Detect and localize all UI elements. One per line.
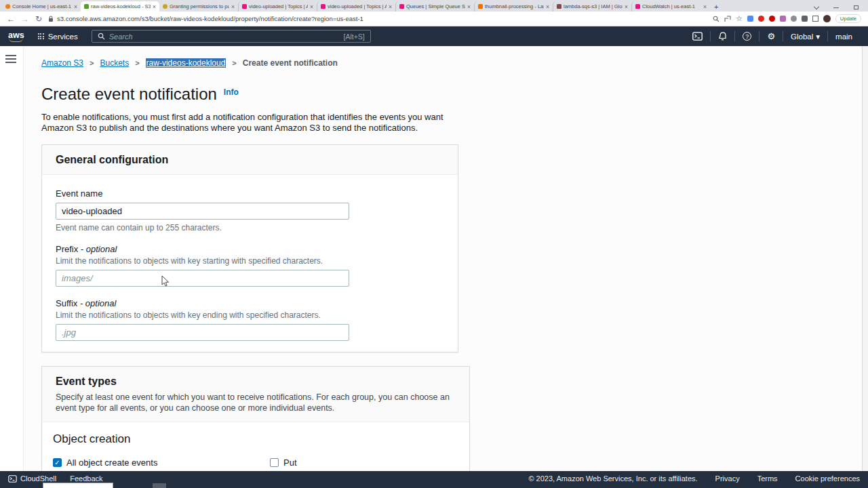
tab-close-icon[interactable]: ×	[74, 3, 77, 10]
breadcrumb-bucket-name-selected[interactable]: raw-videos-kodekloud	[146, 58, 226, 68]
event-types-title: Event types	[56, 375, 456, 388]
event-name-label: Event name	[56, 188, 444, 199]
help-button[interactable]: ?	[735, 26, 759, 46]
breadcrumb-buckets[interactable]: Buckets	[100, 58, 129, 68]
aws-logo[interactable]: aws	[8, 30, 24, 42]
tab-favicon-icon	[5, 4, 10, 9]
forward-icon[interactable]: →	[21, 15, 29, 23]
checkbox-icon: ✓	[53, 458, 62, 467]
tab-title: raw-videos-kodekloud - S3 bu	[91, 3, 151, 9]
breadcrumb-amazon-s3[interactable]: Amazon S3	[41, 58, 83, 68]
breadcrumb-current-page: Create event notification	[243, 58, 338, 68]
event-types-card: Event types Specify at least one event f…	[41, 366, 470, 472]
cloudshell-label: CloudShell	[20, 474, 56, 483]
new-tab-button[interactable]: +	[714, 3, 718, 11]
tab-close-icon[interactable]: ×	[625, 3, 628, 10]
tab-title: CloudWatch | us-east-1	[642, 3, 701, 9]
tab-favicon-icon	[163, 4, 167, 9]
reload-icon[interactable]: ↻	[35, 15, 42, 23]
tab-close-icon[interactable]: ×	[231, 3, 235, 10]
tab-title: Console Home | us-east-1	[12, 3, 72, 9]
region-selector[interactable]: Global ▾	[783, 26, 827, 46]
extension-icon[interactable]	[780, 16, 786, 22]
browser-tab[interactable]: Granting permissions to publi ×	[159, 1, 238, 12]
tab-favicon-icon	[557, 4, 561, 9]
copyright-text: © 2023, Amazon Web Services, Inc. or its…	[528, 474, 697, 483]
aws-search-box[interactable]: Search [Alt+S]	[92, 30, 371, 43]
search-icon	[98, 33, 105, 40]
chevron-down-icon: ▾	[816, 32, 820, 41]
partial-popup-overlay	[43, 483, 113, 488]
services-grid-icon	[38, 33, 44, 39]
tab-close-icon[interactable]: ×	[389, 3, 392, 10]
minimize-icon[interactable]	[833, 7, 839, 8]
page-title: Create event notificationInfo	[41, 85, 868, 104]
suffix-input[interactable]	[56, 324, 349, 341]
cloudshell-button[interactable]	[685, 26, 710, 46]
bookmark-star-icon[interactable]: ☆	[736, 15, 743, 22]
tab-search-icon[interactable]	[814, 3, 819, 9]
browser-tab[interactable]: CloudWatch | us-east-1 ×	[631, 1, 710, 12]
search-placeholder: Search	[109, 33, 340, 41]
account-menu[interactable]: main	[828, 26, 860, 46]
info-link[interactable]: Info	[224, 87, 239, 97]
breadcrumb-separator-icon: >	[135, 59, 139, 67]
tab-close-icon[interactable]: ×	[153, 3, 156, 10]
all-object-create-events-checkbox[interactable]: ✓ All object create events	[53, 458, 270, 468]
browser-tab[interactable]: Queues | Simple Queue Servic ×	[395, 1, 474, 12]
prefix-group: Prefix - optional Limit the notification…	[56, 244, 444, 287]
browser-toolbar-icons: ☆ Update	[713, 14, 861, 23]
extensions-puzzle-icon[interactable]	[802, 16, 808, 22]
browser-tab[interactable]: Console Home | us-east-1 ×	[2, 1, 81, 12]
account-label: main	[835, 33, 852, 41]
browser-tab[interactable]: lambda-sqs-s3 | IAM | Global ×	[553, 1, 631, 12]
cloudshell-footer-button[interactable]: CloudShell	[8, 474, 56, 483]
browser-tab-bar: Console Home | us-east-1 × raw-videos-ko…	[0, 0, 868, 12]
notifications-button[interactable]	[711, 26, 734, 46]
tab-favicon-icon	[478, 4, 483, 9]
maximize-icon[interactable]	[854, 5, 859, 9]
tab-close-icon[interactable]: ×	[546, 3, 549, 10]
address-bar[interactable]: s3.console.aws.amazon.com/s3/bucket/raw-…	[48, 15, 707, 22]
breadcrumb-separator-icon: >	[232, 59, 236, 67]
checkbox-label: All object create events	[66, 458, 157, 468]
extension-icon[interactable]	[769, 16, 775, 22]
profile-frame-icon[interactable]	[812, 16, 818, 22]
checkbox-item: ✓ Put s3:ObjectCreated:Put	[270, 458, 458, 471]
settings-button[interactable]: ⚙	[760, 26, 783, 46]
extension-icon[interactable]	[758, 16, 764, 22]
services-label: Services	[48, 33, 78, 41]
event-name-input[interactable]	[56, 203, 349, 220]
tab-title: Granting permissions to publi	[170, 3, 229, 9]
cookie-preferences-link[interactable]: Cookie preferences	[795, 474, 860, 483]
page-title-text: Create event notification	[41, 85, 217, 103]
terms-link[interactable]: Terms	[757, 474, 778, 483]
back-icon[interactable]: ←	[7, 15, 15, 23]
hamburger-menu-icon[interactable]	[5, 55, 16, 65]
put-checkbox[interactable]: ✓ Put	[270, 458, 458, 468]
tab-close-icon[interactable]: ×	[310, 3, 313, 10]
browser-tab[interactable]: raw-videos-kodekloud - S3 bu ×	[81, 1, 159, 12]
tab-close-icon[interactable]: ×	[703, 3, 707, 10]
browser-tab[interactable]: thumbnail-processing - Lambda ×	[474, 1, 553, 12]
browser-tab[interactable]: video-uploaded | Topics | Ama ×	[317, 1, 395, 12]
browser-avatar[interactable]	[823, 15, 831, 22]
prefix-input[interactable]	[56, 270, 349, 287]
partial-popup-overlay	[153, 483, 166, 488]
zoom-icon[interactable]	[713, 16, 719, 22]
browser-tab[interactable]: video-uploaded | Topics | Ama ×	[238, 1, 317, 12]
privacy-link[interactable]: Privacy	[715, 474, 740, 483]
share-icon[interactable]	[724, 16, 731, 22]
cloudshell-terminal-icon	[8, 475, 17, 483]
gear-icon: ⚙	[767, 32, 775, 41]
extension-icon[interactable]	[747, 16, 753, 22]
lock-icon	[48, 16, 54, 22]
services-menu[interactable]: Services	[38, 33, 78, 41]
extension-icon[interactable]	[791, 16, 797, 22]
browser-update-button[interactable]: Update	[835, 14, 861, 23]
event-name-help: Event name can contain up to 255 charact…	[56, 223, 444, 232]
prefix-optional-label: - optional	[81, 244, 117, 254]
tab-close-icon[interactable]: ×	[467, 3, 471, 10]
suffix-description: Limit the notifications to objects with …	[56, 310, 444, 320]
feedback-link[interactable]: Feedback	[70, 474, 102, 483]
